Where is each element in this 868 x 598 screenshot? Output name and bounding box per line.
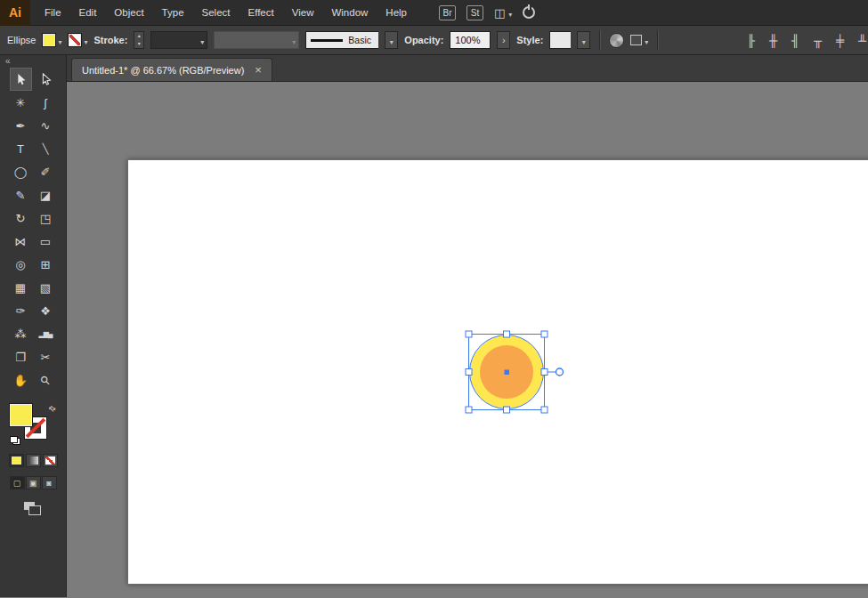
- perspective-grid-tool[interactable]: ⊞: [35, 253, 57, 276]
- tools-grid: ✳ʃ✒∿T╲◯✐✎◪↻◳⋈▭◎⊞▦▧✑❖⁂▂▆▄❐✂✋⚲: [10, 68, 57, 392]
- type-tool[interactable]: T: [10, 137, 32, 160]
- gradient-tool[interactable]: ▧: [35, 276, 57, 299]
- chevron-down-icon: [292, 32, 296, 48]
- menu-type[interactable]: Type: [153, 0, 193, 26]
- selection-handle-top-left[interactable]: [466, 331, 472, 337]
- stroke-color-control[interactable]: [68, 32, 87, 48]
- draw-behind-button[interactable]: ▣: [26, 476, 41, 489]
- scale-tool[interactable]: ◳: [35, 206, 57, 230]
- document-tab[interactable]: Untitled-1* @ 66.67% (RGB/Preview) ×: [71, 58, 272, 81]
- none-mode-button[interactable]: [43, 454, 58, 467]
- menu-view[interactable]: View: [283, 0, 323, 26]
- mesh-tool[interactable]: ▦: [10, 276, 32, 299]
- menu-effect[interactable]: Effect: [239, 0, 283, 26]
- artboard-tool[interactable]: ❐: [10, 345, 32, 368]
- menu-object[interactable]: Object: [105, 0, 152, 26]
- rotate-widget[interactable]: [556, 368, 564, 376]
- illustrator-logo: Ai: [0, 0, 30, 26]
- stroke-style-control[interactable]: Basic: [305, 31, 378, 49]
- opacity-options-button[interactable]: ›: [497, 31, 510, 49]
- magic-wand-tool[interactable]: ✳: [10, 91, 32, 114]
- isolate-options-button[interactable]: [630, 32, 648, 48]
- stock-button[interactable]: St: [466, 5, 483, 20]
- menu-help[interactable]: Help: [377, 0, 416, 26]
- hand-tool[interactable]: ✋: [10, 368, 32, 392]
- shape-builder-tool[interactable]: ◎: [10, 253, 32, 276]
- pen-icon: ✒: [16, 119, 26, 133]
- color-swatch-icon: [12, 457, 21, 465]
- type-icon: T: [17, 142, 24, 156]
- width-tool[interactable]: ⋈: [10, 230, 32, 253]
- slice-tool[interactable]: ✂: [35, 345, 57, 368]
- ellipse-tool[interactable]: ◯: [10, 160, 32, 183]
- rotate-tool[interactable]: ↻: [10, 206, 32, 230]
- draw-inside-button[interactable]: ◙: [42, 476, 57, 489]
- blend-tool[interactable]: ❖: [35, 299, 57, 322]
- selection-handle-bottom-left[interactable]: [466, 407, 472, 413]
- selection-handle-bottom-center[interactable]: [504, 407, 510, 413]
- direct-selection-tool[interactable]: [35, 68, 57, 91]
- chevron-down-icon: [84, 32, 87, 48]
- menu-select[interactable]: Select: [193, 0, 239, 26]
- column-graph-tool[interactable]: ▂▆▄: [35, 322, 57, 345]
- default-fill-stroke-icon[interactable]: [10, 436, 20, 445]
- curvature-tool[interactable]: ∿: [35, 114, 57, 137]
- lasso-tool[interactable]: ʃ: [35, 91, 57, 114]
- pencil-tool[interactable]: ✎: [10, 183, 32, 206]
- opacity-input[interactable]: 100%: [450, 31, 491, 49]
- stepper-down-icon[interactable]: [134, 40, 143, 48]
- stepper-up-icon[interactable]: [134, 32, 143, 40]
- menu-edit[interactable]: Edit: [70, 0, 106, 26]
- gradient-mode-button[interactable]: [26, 454, 41, 467]
- eraser-tool[interactable]: ◪: [35, 183, 57, 206]
- selection-handle-top-right[interactable]: [541, 331, 548, 337]
- separator: [599, 30, 600, 50]
- eyedropper-tool[interactable]: ✑: [10, 299, 32, 322]
- stroke-weight-select[interactable]: [150, 31, 207, 49]
- symbol-sprayer-tool[interactable]: ⁂: [10, 322, 32, 345]
- chevron-down-icon: [508, 6, 512, 20]
- line-segment-tool[interactable]: ╲: [35, 137, 57, 160]
- zoom-tool[interactable]: ⚲: [35, 368, 57, 392]
- stroke-weight-stepper[interactable]: [134, 31, 144, 49]
- variable-width-profile-select: [214, 31, 299, 49]
- selection-handle-middle-right[interactable]: [541, 369, 548, 376]
- screen-mode-button[interactable]: [24, 502, 42, 516]
- bridge-button[interactable]: Br: [439, 5, 456, 20]
- chevron-down-icon: [645, 32, 648, 48]
- align-horizontal-left-icon[interactable]: ╟: [742, 34, 760, 47]
- selection-handle-middle-left[interactable]: [466, 369, 472, 376]
- recolor-artwork-icon[interactable]: [609, 33, 624, 48]
- menu-window[interactable]: Window: [322, 0, 377, 26]
- align-horizontal-center-icon[interactable]: ╫: [764, 34, 783, 47]
- pen-tool[interactable]: ✒: [10, 114, 32, 137]
- draw-mode-row: ▢ ▣ ◙: [10, 476, 57, 489]
- free-transform-tool[interactable]: ▭: [35, 230, 57, 253]
- graphic-style-dropdown-button[interactable]: [577, 31, 590, 49]
- workspace-switcher[interactable]: ◫: [494, 6, 512, 20]
- touch-workspace-icon[interactable]: [523, 6, 535, 19]
- menu-file[interactable]: File: [36, 0, 70, 26]
- selection-handle-top-center[interactable]: [504, 331, 510, 337]
- swap-fill-stroke-icon[interactable]: [47, 403, 58, 414]
- fill-indicator[interactable]: [10, 404, 32, 426]
- paintbrush-tool[interactable]: ✐: [35, 160, 57, 183]
- selection-tool[interactable]: [10, 68, 32, 91]
- center-point-handle[interactable]: [505, 370, 510, 376]
- graphic-style-select[interactable]: [549, 31, 571, 49]
- align-vertical-bottom-icon[interactable]: ╨: [853, 34, 868, 47]
- collapse-panel-button[interactable]: «: [0, 55, 16, 66]
- fill-color-control[interactable]: [42, 32, 61, 48]
- align-vertical-top-icon[interactable]: ╥: [808, 34, 827, 47]
- chevron-down-icon: [58, 32, 61, 48]
- color-mode-button[interactable]: [9, 454, 24, 467]
- close-icon[interactable]: ×: [255, 64, 262, 76]
- stroke-style-dropdown-button[interactable]: [385, 31, 398, 49]
- selection-handle-bottom-right[interactable]: [541, 407, 548, 413]
- canvas-viewport[interactable]: [67, 82, 868, 597]
- align-horizontal-right-icon[interactable]: ╢: [786, 34, 805, 47]
- artboard-icon: ❐: [15, 351, 26, 364]
- align-vertical-center-icon[interactable]: ╪: [831, 34, 849, 47]
- draw-normal-button[interactable]: ▢: [10, 476, 25, 489]
- free-transform-icon: ▭: [40, 235, 51, 248]
